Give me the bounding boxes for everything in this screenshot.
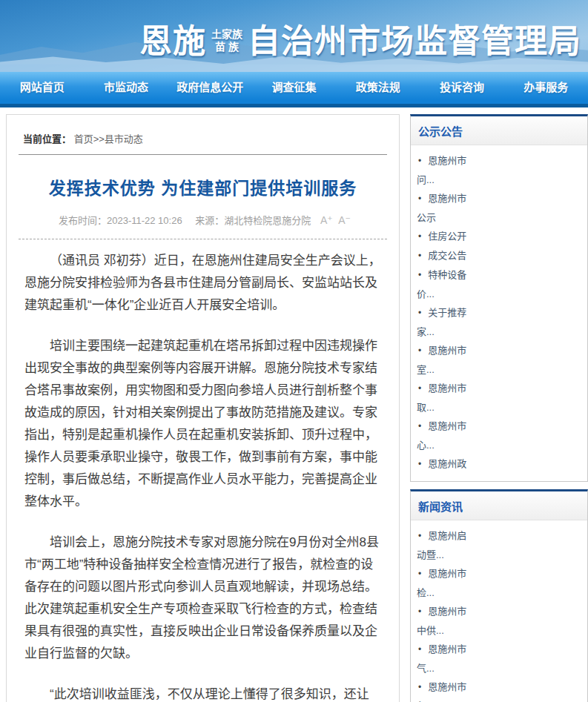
sidebar-section-announcements: 公示公告 恩施州市 问... 恩施州市 公示 住房公开 成交公告 [410, 114, 588, 482]
nav-item-gov-info[interactable]: 政府信息公开 [168, 72, 252, 104]
list-item[interactable]: 恩施州政 [417, 454, 581, 474]
breadcrumb-path[interactable]: 首页>>县市动态 [74, 133, 143, 145]
publish-time: 发布时间：2023-11-22 10:26 [59, 215, 182, 226]
nav-item-home[interactable]: 网站首页 [0, 72, 84, 104]
news-list: 恩施州启 动暨... 恩施州市 检... 恩施州市 中供... 恩施州市 气..… [411, 520, 587, 702]
page-title: 发挥技术优势 为住建部门提供培训服务 [7, 174, 399, 199]
breadcrumb: 当前位置： 首页>>县市动态 [19, 115, 387, 155]
list-item[interactable]: 恩施州市 气... [417, 640, 581, 678]
nav-item-dynamics[interactable]: 市监动态 [84, 72, 168, 104]
article-paragraph: “此次培训收益匪浅，不仅从理论上懂得了很多知识，还让我们从案例中汲取教训，规避安… [24, 683, 381, 702]
site-title-ethnic-stack: 土家族 苗 族 [211, 29, 242, 53]
list-item[interactable]: 恩施州市 室... [417, 341, 581, 379]
list-item[interactable]: 住房公开 [417, 227, 581, 246]
article-paragraph: （通讯员 邓初芬）近日，在恩施州住建局安全生产会议上，恩施分院安排检验师为各县市… [24, 250, 381, 317]
list-item[interactable]: 恩施州市 秤... [417, 678, 581, 702]
article-paragraph: 培训主要围绕一起建筑起重机在塔吊拆卸过程中因违规操作出现安全事故的典型案例等内容… [24, 335, 381, 513]
list-item[interactable]: 恩施州市 检... [417, 564, 581, 602]
list-item[interactable]: 恩施州市 中供... [417, 602, 581, 640]
sidebar-section-news: 新闻资讯 恩施州启 动暨... 恩施州市 检... 恩施州市 中供... 恩施州… [410, 489, 588, 702]
site-title: 恩施 土家族 苗 族 自治州市场监督管理局 [139, 15, 581, 62]
site-title-ethnic-top: 土家族 [211, 29, 242, 40]
article-meta: 发布时间：2023-11-22 10:26 来源：湖北特检院恩施分院 A⁺ A⁻ [7, 213, 399, 227]
article-source: 来源：湖北特检院恩施分院 [195, 215, 311, 226]
font-decrease-button[interactable]: A⁻ [338, 214, 351, 226]
announcement-list: 恩施州市 问... 恩施州市 公示 住房公开 成交公告 特种设备 价.. [411, 145, 587, 481]
site-title-ethnic-bottom: 苗 族 [211, 42, 242, 53]
section-title-news: 新闻资讯 [411, 491, 587, 520]
site-banner: 恩施 土家族 苗 族 自治州市场监督管理局 [0, 0, 588, 72]
site-title-right: 自治州市场监督管理局 [248, 15, 581, 62]
article-body: （通讯员 邓初芬）近日，在恩施州住建局安全生产会议上，恩施分院安排检验师为各县市… [7, 239, 399, 702]
sidebar: 公示公告 恩施州市 问... 恩施州市 公示 住房公开 成交公告 [410, 114, 588, 702]
section-title-announcements: 公示公告 [411, 116, 587, 145]
list-item[interactable]: 恩施州市 心... [417, 417, 581, 454]
article-paragraph: 培训会上，恩施分院技术专家对恩施分院在9月份对全州8县市“两工地”特种设备抽样安… [24, 532, 381, 665]
nav-item-survey[interactable]: 调查征集 [252, 72, 336, 104]
list-item[interactable]: 恩施州市 问... [417, 151, 581, 189]
nav-item-complaint[interactable]: 投诉咨询 [420, 72, 503, 104]
list-item[interactable]: 特种设备 价... [417, 265, 581, 303]
content-area: 当前位置： 首页>>县市动态 发挥技术优势 为住建部门提供培训服务 发布时间：2… [0, 107, 588, 702]
article-panel: 当前位置： 首页>>县市动态 发挥技术优势 为住建部门提供培训服务 发布时间：2… [6, 114, 400, 702]
list-item[interactable]: 恩施州市 公示 [417, 189, 581, 227]
main-nav: 网站首页 市监动态 政府信息公开 调查征集 政策法规 投诉咨询 办事服务 [0, 72, 588, 107]
list-item[interactable]: 恩施州启 动暨... [417, 526, 581, 564]
list-item[interactable]: 恩施州市 取... [417, 379, 581, 417]
nav-item-policy[interactable]: 政策法规 [336, 72, 420, 104]
nav-item-services[interactable]: 办事服务 [504, 72, 588, 104]
site-title-left: 恩施 [139, 15, 206, 62]
list-item[interactable]: 关于推荐 家... [417, 303, 581, 341]
font-increase-button[interactable]: A⁺ [320, 214, 333, 226]
breadcrumb-label: 当前位置： [23, 133, 71, 145]
list-item[interactable]: 成交公告 [417, 246, 581, 265]
